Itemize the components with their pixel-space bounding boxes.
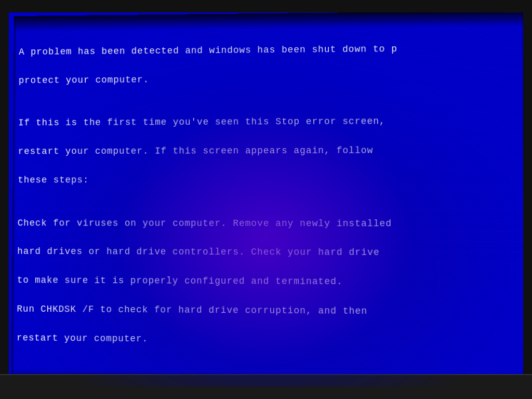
- bsod-line9: hard drives or hard drive controllers. C…: [17, 245, 516, 261]
- bsod-line10: to make sure it is properly configured a…: [17, 273, 517, 290]
- bsod-line1: A problem has been detected and windows …: [19, 41, 515, 60]
- bsod-text: A problem has been detected and windows …: [11, 12, 523, 387]
- bsod-line11: Run CHKDSK /F to check for hard drive co…: [17, 302, 517, 320]
- bsod-line8: Check for viruses on your computer. Remo…: [18, 216, 516, 231]
- monitor-bottom-bezel: [0, 374, 532, 399]
- bsod-line4: If this is the first time you've seen th…: [18, 114, 515, 130]
- monitor-frame: A problem has been detected and windows …: [0, 0, 532, 399]
- bsod-line12: restart your computer.: [17, 331, 517, 350]
- bsod-screen: A problem has been detected and windows …: [9, 12, 523, 387]
- bsod-line6: these steps:: [18, 172, 516, 188]
- bsod-line5: restart your computer. If this screen ap…: [18, 143, 516, 159]
- screen-inner: A problem has been detected and windows …: [11, 12, 523, 387]
- bsod-line2: protect your computer.: [19, 70, 515, 88]
